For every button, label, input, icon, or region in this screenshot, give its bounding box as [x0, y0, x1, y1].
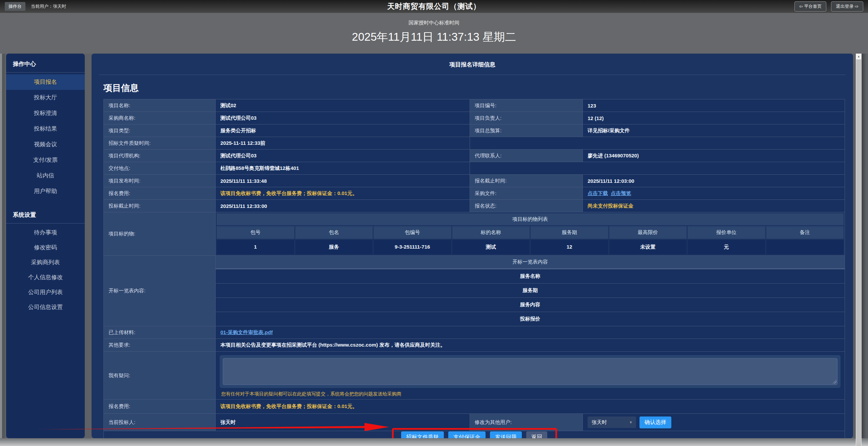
cell-service-period: 12	[531, 240, 608, 254]
table-row: 交付地点: 杜鹃路858号奥克斯缔壹城12栋401	[104, 162, 845, 175]
cell-package-name: 服务	[295, 240, 373, 254]
question-row: 我有疑问: 您有任何对于本项目的疑问都可以在此处填写提交，系统将会把您的问题发送…	[104, 352, 845, 400]
sidebar-item-user-help[interactable]: 用户帮助	[6, 183, 85, 199]
field-label: 其他要求:	[104, 339, 216, 352]
chevron-down-icon: ▼	[629, 420, 633, 424]
publish-time-value: 2025/11/11 11:33:48	[216, 175, 470, 187]
sidebar-item-company-users[interactable]: 公司用户列表	[6, 285, 85, 300]
field-label: 已上传材料:	[104, 326, 216, 339]
field-label: 报名费用:	[104, 187, 216, 200]
logout-button[interactable]: 退出登录 ⇨	[831, 1, 863, 12]
budget-value: 详见招标/采购文件	[583, 124, 845, 137]
column-header: 包号	[217, 226, 294, 239]
company-title: 天时商贸有限公司（测试）	[0, 1, 868, 12]
question-hint: 您有任何对于本项目的疑问都可以在此处填写提交，系统将会把您的问题发送给采购商	[221, 391, 841, 397]
field-label: 开标一览表内容:	[104, 256, 216, 326]
column-header: 包编号	[374, 226, 451, 239]
current-bidder-value: 张天时	[216, 414, 470, 431]
bid-opening-item: 服务名称	[216, 269, 845, 283]
signup-fee-value-2: 该项目免收标书费，免收平台服务费；投标保证金：0.01元。	[216, 400, 845, 414]
project-no-value: 123	[583, 99, 845, 112]
table-row: 已上传材料: 01-采购文件审批表.pdf	[104, 326, 845, 339]
delivery-value: 杜鹃路858号奥克斯缔壹城12栋401	[216, 162, 470, 175]
sidebar-section-operations-title: 操作中心	[6, 54, 85, 72]
uploaded-file-link[interactable]: 01-采购文件审批表.pdf	[220, 329, 273, 335]
console-button[interactable]: 操作台	[5, 2, 25, 11]
scrollbar-thumb[interactable]	[856, 59, 861, 446]
table-row: 项目发布时间: 2025/11/11 11:33:48 报名截止时间: 2025…	[104, 175, 845, 187]
resize-grip-icon[interactable]	[833, 380, 836, 384]
sidebar-item-todo[interactable]: 待办事项	[6, 225, 85, 240]
subject-table-title: 项目标的物列表	[217, 213, 844, 225]
sidebar-item-bidding-hall[interactable]: 投标大厅	[6, 90, 85, 105]
sidebar: 操作中心 项目报名 投标大厅 投标澄清 投标结果 视频会议 支付/发票 站内信 …	[6, 54, 85, 438]
uploaded-file-cell: 01-采购文件审批表.pdf	[216, 326, 845, 339]
sidebar-item-payment-invoice[interactable]: 支付/发票	[6, 152, 85, 168]
bid-opening-item: 投标报价	[216, 312, 845, 326]
field-label: 项目名称:	[104, 99, 216, 112]
table-row: 项目类型: 服务类公开招标 项目总预算: 详见招标/采购文件	[104, 124, 845, 137]
column-header: 包名	[295, 226, 373, 239]
bid-opening-title: 开标一览表内容	[216, 256, 845, 269]
field-label: 当前投标人:	[104, 414, 216, 431]
field-label: 报名状态:	[470, 200, 583, 212]
field-label: 采购商名称:	[104, 112, 216, 124]
cell-package-code: 9-3-251111-716	[374, 240, 451, 254]
column-header: 报价单位	[688, 226, 765, 239]
field-label: 招标文件质疑时间:	[104, 137, 216, 150]
subject-items-table: 项目标的物列表 包号 包名 包编号 标的名称 服务期 最高限价 报价单位 备注 …	[216, 212, 845, 256]
bid-opening-item: 服务期	[216, 283, 845, 297]
field-label: 项目总预算:	[470, 124, 583, 137]
question-box	[220, 355, 841, 388]
main-panel: 项目报名详细信息 项目信息 项目名称: 测试02 项目编号: 123 采购商名称…	[92, 54, 853, 438]
scrollbar-up-arrow[interactable]: ▲	[856, 54, 862, 59]
question-textarea[interactable]	[223, 358, 837, 385]
time-banner: 国家授时中心标准时间 2025年11月11日 11:37:13 星期二	[0, 13, 868, 54]
field-label: 项目代理机构:	[104, 150, 216, 162]
field-label: 项目标的物:	[104, 212, 216, 256]
purchaser-value: 测试代理公司03	[216, 112, 470, 124]
other-requirements-value: 本项目相关公告及变更事项在招采测试平台 (https://www.cszoc.c…	[216, 339, 845, 352]
table-row: 投标截止时间: 2025/11/11 12:33:00 报名状态: 尚未支付投标…	[104, 200, 845, 212]
sidebar-item-video-conference[interactable]: 视频会议	[6, 137, 85, 152]
sidebar-item-project-signup[interactable]: 项目报名	[6, 74, 85, 90]
sidebar-item-bid-results[interactable]: 投标结果	[6, 121, 85, 137]
project-info-table: 项目名称: 测试02 项目编号: 123 采购商名称: 测试代理公司03 项目负…	[103, 99, 845, 444]
sidebar-item-purchaser-list[interactable]: 采购商列表	[6, 255, 85, 270]
field-label: 投标截止时间:	[104, 200, 216, 212]
platform-home-button[interactable]: ⇦ 平台首页	[794, 1, 827, 12]
preview-doc-link[interactable]: 点击预览	[611, 190, 631, 196]
bid-opening-row: 开标一览表内容: 开标一览表内容 服务名称 服务期 服务内容 投标报价	[104, 256, 845, 326]
field-label: 项目编号:	[470, 99, 583, 112]
agency-contact-value: 廖先进 (13469070520)	[583, 150, 845, 162]
table-row: 其他要求: 本项目相关公告及变更事项在招采测试平台 (https://www.c…	[104, 339, 845, 352]
leader-value: 12 (12)	[583, 112, 845, 124]
scrollbar-shadow	[862, 54, 866, 446]
subject-table-data-row: 1 服务 9-3-251111-716 测试 12 未设置 元	[217, 240, 844, 254]
column-header: 最高限价	[609, 226, 687, 239]
user-select[interactable]: 张天时 ▼	[588, 416, 636, 428]
sidebar-item-company-info[interactable]: 公司信息设置	[6, 300, 85, 315]
time-source-label: 国家授时中心标准时间	[0, 13, 868, 26]
field-label: 我有疑问:	[104, 352, 216, 400]
field-label: 项目负责人:	[470, 112, 583, 124]
change-user-cell: 张天时 ▼ 确认选择	[583, 414, 845, 431]
table-row: 项目代理机构: 测试代理公司03 代理联系人: 廖先进 (13469070520…	[104, 150, 845, 162]
field-label: 交付地点:	[104, 162, 216, 175]
sidebar-item-change-password[interactable]: 修改密码	[6, 240, 85, 255]
download-doc-link[interactable]: 点击下载	[588, 190, 608, 196]
page-bottom-fade	[0, 438, 868, 446]
question-cell: 您有任何对于本项目的疑问都可以在此处填写提交，系统将会把您的问题发送给采购商	[216, 352, 845, 400]
bid-opening-table: 开标一览表内容 服务名称 服务期 服务内容 投标报价	[216, 256, 845, 326]
sidebar-item-personal-info[interactable]: 个人信息修改	[6, 270, 85, 285]
cell-package-no: 1	[217, 240, 294, 254]
sidebar-item-bid-clarification[interactable]: 投标澄清	[6, 105, 85, 121]
user-select-value: 张天时	[592, 419, 607, 426]
sidebar-section-settings-title: 系统设置	[6, 205, 85, 223]
current-bidder-row: 当前投标人: 张天时 修改为其他用户: 张天时 ▼ 确认选择	[104, 414, 845, 431]
sidebar-item-site-mail[interactable]: 站内信	[6, 168, 85, 183]
confirm-select-button[interactable]: 确认选择	[639, 416, 671, 428]
subject-table-header: 包号 包名 包编号 标的名称 服务期 最高限价 报价单位 备注	[217, 226, 844, 239]
empty-cell	[470, 162, 845, 175]
scrollbar-track[interactable]: ▲	[856, 54, 862, 446]
